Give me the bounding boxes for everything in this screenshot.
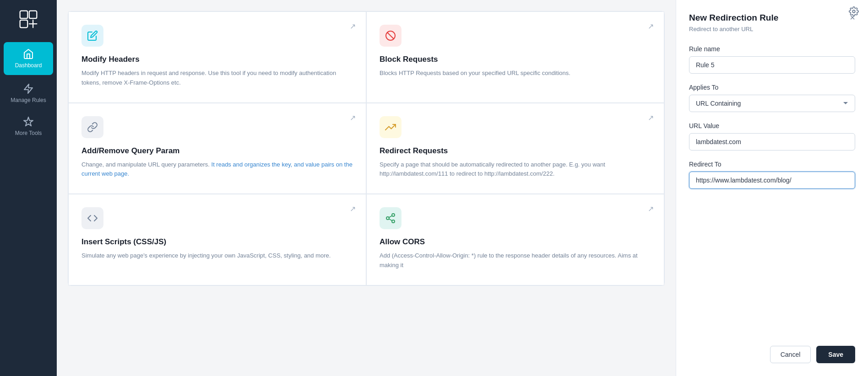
redirect-to-group: Redirect To (689, 161, 855, 189)
card-insert-scripts[interactable]: ↗ Insert Scripts (CSS/JS) Simulate any w… (68, 194, 366, 285)
sidebar: Dashboard Manage Rules More Tools (0, 0, 57, 376)
modify-headers-arrow: ↗ (350, 22, 356, 31)
sidebar-item-dashboard[interactable]: Dashboard (4, 42, 53, 75)
url-value-label: URL Value (689, 122, 855, 129)
svg-line-5 (387, 32, 394, 39)
applies-to-label: Applies To (689, 84, 855, 91)
top-bar (849, 6, 859, 19)
sidebar-manage-rules-label: Manage Rules (11, 97, 46, 103)
block-requests-title: Block Requests (380, 55, 651, 64)
rule-name-label: Rule name (689, 45, 855, 53)
redirect-requests-arrow: ↗ (648, 113, 654, 122)
svg-point-11 (852, 10, 855, 13)
allow-cors-desc: Add (Access-Control-Allow-Origin: *) rul… (380, 251, 651, 270)
modify-headers-icon-wrap (81, 25, 103, 47)
panel-title: New Redirection Rule (689, 13, 778, 23)
redirect-requests-icon-wrap (380, 116, 401, 138)
logo (16, 7, 40, 31)
sidebar-more-tools-label: More Tools (15, 130, 42, 136)
panel-actions: Cancel Save (689, 337, 855, 363)
gear-button[interactable] (849, 6, 859, 19)
allow-cors-arrow: ↗ (648, 204, 654, 213)
card-modify-headers[interactable]: ↗ Modify Headers Modify HTTP headers in … (68, 11, 366, 103)
insert-scripts-icon-wrap (81, 207, 103, 229)
add-remove-query-desc: Change, and manipulate URL query paramet… (81, 160, 353, 179)
panel-header: New Redirection Rule × (689, 13, 855, 23)
svg-line-10 (389, 216, 392, 218)
svg-rect-0 (20, 11, 27, 18)
sidebar-item-more-tools[interactable]: More Tools (0, 110, 57, 143)
insert-scripts-title: Insert Scripts (CSS/JS) (81, 237, 353, 247)
block-requests-icon-wrap (380, 25, 401, 47)
url-value-input[interactable] (689, 133, 855, 150)
redirect-requests-desc: Specify a page that should be automatica… (380, 160, 651, 179)
redirect-to-input[interactable] (689, 172, 855, 189)
modify-headers-title: Modify Headers (81, 55, 353, 64)
allow-cors-title: Allow CORS (380, 237, 651, 247)
save-button[interactable]: Save (816, 346, 855, 363)
sidebar-item-manage-rules[interactable]: Manage Rules (0, 77, 57, 110)
svg-line-9 (389, 219, 392, 221)
card-block-requests[interactable]: ↗ Block Requests Blocks HTTP Requests ba… (366, 11, 664, 103)
allow-cors-icon-wrap (380, 207, 401, 229)
svg-rect-1 (29, 11, 37, 18)
applies-to-select[interactable]: URL Containing URL Equals URL Starts Wit… (689, 95, 855, 112)
applies-to-group: Applies To URL Containing URL Equals URL… (689, 84, 855, 112)
redirect-to-label: Redirect To (689, 161, 855, 168)
modify-headers-desc: Modify HTTP headers in request and respo… (81, 69, 353, 88)
sidebar-dashboard-label: Dashboard (15, 62, 42, 69)
svg-rect-2 (20, 20, 27, 27)
tools-grid: ↗ Modify Headers Modify HTTP headers in … (68, 11, 665, 286)
redirect-requests-title: Redirect Requests (380, 146, 651, 156)
main-content: ↗ Modify Headers Modify HTTP headers in … (57, 0, 676, 376)
panel-title-wrap: New Redirection Rule (689, 13, 778, 23)
card-allow-cors[interactable]: ↗ Allow CORS Add (Access-Control-Allow-O… (366, 194, 664, 285)
panel-subtitle: Redirect to another URL (689, 26, 855, 32)
add-remove-query-arrow: ↗ (350, 113, 356, 122)
card-add-remove-query[interactable]: ↗ Add/Remove Query Param Change, and man… (68, 103, 366, 194)
card-redirect-requests[interactable]: ↗ Redirect Requests Specify a page that … (366, 103, 664, 194)
insert-scripts-arrow: ↗ (350, 204, 356, 213)
block-requests-desc: Blocks HTTP Requests based on your speci… (380, 69, 651, 78)
right-panel: New Redirection Rule × Redirect to anoth… (676, 0, 868, 376)
rule-name-group: Rule name (689, 45, 855, 74)
block-requests-arrow: ↗ (648, 22, 654, 31)
url-value-group: URL Value (689, 122, 855, 150)
svg-marker-3 (24, 84, 33, 93)
cancel-button[interactable]: Cancel (770, 346, 811, 363)
add-remove-query-icon-wrap (81, 116, 103, 138)
rule-name-input[interactable] (689, 56, 855, 74)
insert-scripts-desc: Simulate any web page's experience by in… (81, 251, 353, 261)
add-remove-query-title: Add/Remove Query Param (81, 146, 353, 156)
